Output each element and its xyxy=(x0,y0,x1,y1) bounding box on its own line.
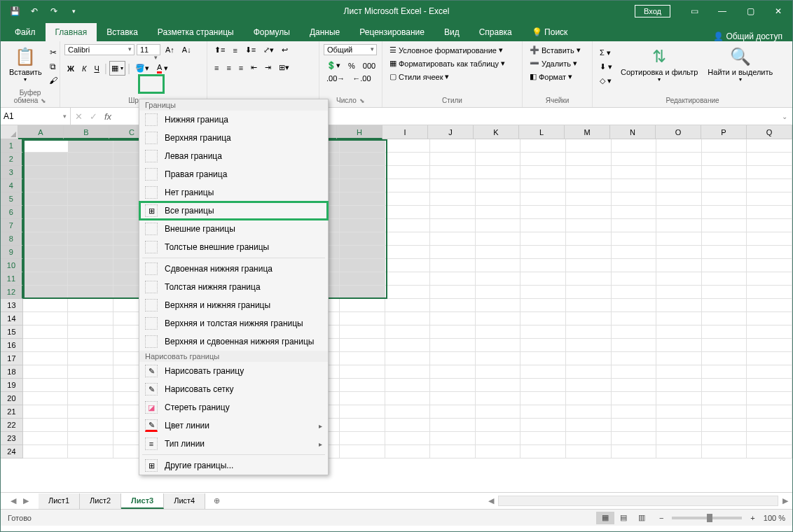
cell[interactable] xyxy=(612,232,657,246)
cell[interactable] xyxy=(612,299,657,312)
cell[interactable] xyxy=(23,352,69,365)
cell[interactable] xyxy=(520,153,566,166)
tab-insert[interactable]: Вставка xyxy=(97,23,148,41)
name-box[interactable]: A1 xyxy=(1,108,71,125)
cell[interactable] xyxy=(68,405,113,419)
tab-data[interactable]: Данные xyxy=(300,23,350,41)
cell[interactable] xyxy=(23,259,69,272)
cell[interactable] xyxy=(385,299,431,312)
col-header-M[interactable]: M xyxy=(565,125,610,139)
bold-button[interactable]: Ж xyxy=(64,63,77,74)
fill-icon[interactable]: ⬇ ▾ xyxy=(597,61,615,73)
cell[interactable] xyxy=(520,365,566,379)
cell[interactable] xyxy=(747,299,792,312)
cell[interactable] xyxy=(430,232,476,246)
cell[interactable] xyxy=(476,365,521,379)
cell[interactable] xyxy=(68,326,113,339)
cell[interactable] xyxy=(747,166,792,179)
view-normal-icon[interactable]: ▦ xyxy=(596,512,614,524)
cell[interactable] xyxy=(23,445,69,458)
cell[interactable] xyxy=(702,392,747,405)
cell[interactable] xyxy=(656,206,702,219)
cell[interactable] xyxy=(702,352,747,365)
cell[interactable] xyxy=(656,432,702,445)
line-color-item[interactable]: ✎Цвет линии xyxy=(139,416,328,435)
indent-dec-icon[interactable]: ⇤ xyxy=(248,62,260,74)
view-pagebreak-icon[interactable]: ▥ xyxy=(633,512,651,524)
cell[interactable] xyxy=(566,219,612,232)
cell[interactable] xyxy=(68,312,113,326)
cell[interactable] xyxy=(23,326,69,339)
cell[interactable] xyxy=(430,139,476,153)
cell[interactable] xyxy=(702,339,747,352)
cell[interactable] xyxy=(566,166,612,179)
cell[interactable] xyxy=(385,219,431,232)
border-right-item[interactable]: Правая граница xyxy=(139,165,328,183)
align-bottom-icon[interactable]: ⬇≡ xyxy=(242,44,258,56)
cell[interactable] xyxy=(340,246,385,259)
cell[interactable] xyxy=(68,365,113,379)
cell[interactable] xyxy=(702,419,747,432)
cell[interactable] xyxy=(747,219,792,232)
cell[interactable] xyxy=(385,139,431,153)
cell[interactable] xyxy=(656,232,702,246)
border-outside-item[interactable]: Внешние границы xyxy=(139,220,328,238)
row-header-24[interactable]: 24 xyxy=(1,445,23,458)
sheet-tab-1[interactable]: Лист1 xyxy=(39,493,80,509)
cell[interactable] xyxy=(385,445,431,458)
cell[interactable] xyxy=(385,153,431,166)
cell[interactable] xyxy=(476,286,521,299)
cell[interactable] xyxy=(747,232,792,246)
cell[interactable] xyxy=(612,179,657,192)
cell[interactable] xyxy=(702,445,747,458)
cell[interactable] xyxy=(385,286,431,299)
cell[interactable] xyxy=(23,312,69,326)
cell[interactable] xyxy=(476,299,521,312)
cell[interactable] xyxy=(340,259,385,272)
cell[interactable] xyxy=(747,405,792,419)
cell[interactable] xyxy=(702,139,747,153)
cell[interactable] xyxy=(566,232,612,246)
cell[interactable] xyxy=(566,339,612,352)
cell[interactable] xyxy=(566,365,612,379)
cell[interactable] xyxy=(520,232,566,246)
cell[interactable] xyxy=(23,246,69,259)
cell[interactable] xyxy=(656,312,702,326)
cell[interactable] xyxy=(476,339,521,352)
minimize-icon[interactable]: — xyxy=(708,1,736,21)
cell[interactable] xyxy=(23,219,69,232)
zoom-out-icon[interactable]: − xyxy=(659,514,663,522)
cell[interactable] xyxy=(430,179,476,192)
cell[interactable] xyxy=(385,246,431,259)
col-header-I[interactable]: I xyxy=(382,125,428,139)
delete-cells-button[interactable]: ➖Удалить ▾ xyxy=(527,57,588,69)
fx-icon[interactable]: fx xyxy=(104,111,111,122)
cell[interactable] xyxy=(476,312,521,326)
cell[interactable] xyxy=(476,419,521,432)
row-header-5[interactable]: 5 xyxy=(1,192,23,206)
tab-help[interactable]: Справка xyxy=(469,23,522,41)
cell[interactable] xyxy=(612,219,657,232)
cell[interactable] xyxy=(430,419,476,432)
row-header-10[interactable]: 10 xyxy=(1,259,23,272)
cell[interactable] xyxy=(612,365,657,379)
cell[interactable] xyxy=(68,166,113,179)
cell[interactable] xyxy=(430,286,476,299)
cell[interactable] xyxy=(520,299,566,312)
cell[interactable] xyxy=(520,219,566,232)
border-all-item[interactable]: ⊞Все границы xyxy=(139,202,328,220)
cell[interactable] xyxy=(476,192,521,206)
sheet-nav-next-icon[interactable]: ▶ xyxy=(23,496,29,505)
currency-icon[interactable]: 💲▾ xyxy=(324,59,343,71)
cell[interactable] xyxy=(566,326,612,339)
cell[interactable] xyxy=(476,232,521,246)
tab-review[interactable]: Рецензирование xyxy=(350,23,434,41)
cell[interactable] xyxy=(385,365,431,379)
cell[interactable] xyxy=(566,206,612,219)
cell[interactable] xyxy=(68,286,113,299)
row-header-6[interactable]: 6 xyxy=(1,206,23,219)
cell[interactable] xyxy=(612,352,657,365)
sheet-tab-4[interactable]: Лист4 xyxy=(164,493,205,509)
save-icon[interactable]: 💾 xyxy=(8,4,22,18)
cell[interactable] xyxy=(340,219,385,232)
